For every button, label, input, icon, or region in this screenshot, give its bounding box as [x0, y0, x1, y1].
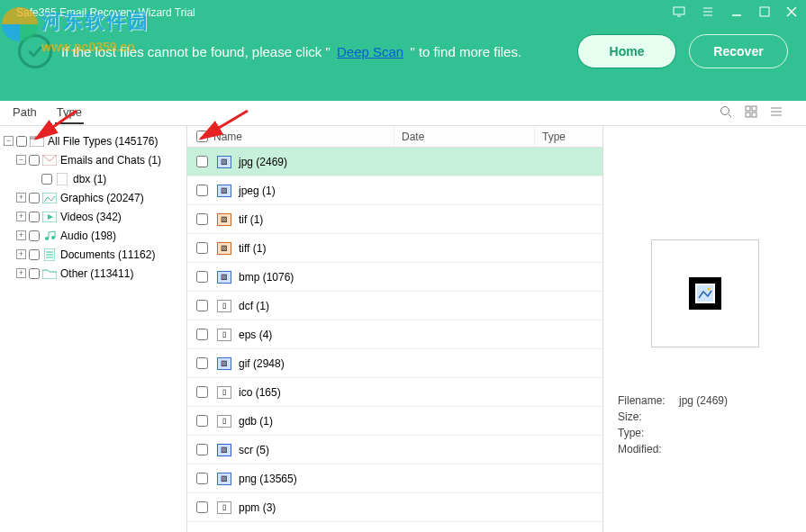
image-icon	[42, 192, 57, 204]
meta-modified-label: Modified:	[618, 441, 679, 457]
minimize-icon[interactable]	[730, 5, 743, 21]
image-file-icon: ▨	[217, 156, 231, 168]
folder-icon	[42, 267, 57, 280]
list-view-icon[interactable]	[770, 105, 783, 122]
maximize-icon[interactable]	[759, 5, 770, 20]
list-item[interactable]: ▨png (13565)	[187, 464, 602, 493]
svg-marker-24	[48, 214, 53, 220]
row-checkbox[interactable]	[196, 242, 208, 254]
row-checkbox[interactable]	[196, 156, 208, 167]
row-checkbox[interactable]	[196, 329, 208, 340]
list-item[interactable]: ▯gdb (1)	[187, 407, 602, 436]
image-file-icon: ▨	[217, 185, 231, 197]
image-file-icon: ▨	[217, 213, 231, 226]
row-checkbox[interactable]	[196, 473, 208, 484]
monitor-icon[interactable]	[673, 5, 685, 21]
list-item[interactable]: ▯ico (165)	[187, 378, 602, 407]
row-checkbox[interactable]	[196, 501, 208, 513]
folder-icon	[30, 135, 44, 148]
list-item[interactable]: ▨scr (5)	[187, 436, 602, 464]
image-file-icon: ▨	[217, 271, 231, 284]
home-button[interactable]: Home	[577, 34, 676, 68]
file-name: png (13565)	[239, 473, 297, 485]
list-item[interactable]: ▨bmp (1076)	[187, 263, 602, 292]
file-name: tif (1)	[239, 213, 263, 226]
file-name: bmp (1076)	[239, 271, 294, 284]
list-item[interactable]: ▯eps (4)	[187, 320, 602, 349]
menu-icon[interactable]	[702, 5, 714, 21]
column-type[interactable]: Type	[535, 126, 602, 147]
deep-scan-link[interactable]: Deep Scan	[337, 44, 403, 59]
list-item[interactable]: ▨tif (1)	[187, 205, 602, 234]
tree-checkbox[interactable]	[16, 136, 27, 147]
tab-type[interactable]: Type	[55, 102, 84, 124]
tab-path[interactable]: Path	[11, 102, 39, 124]
tree-checkbox[interactable]	[29, 268, 40, 279]
row-checkbox[interactable]	[196, 271, 208, 283]
column-name[interactable]: Name	[187, 126, 394, 147]
search-icon[interactable]	[720, 105, 732, 122]
file-icon: ▯	[217, 501, 231, 514]
tree-emails[interactable]: − Emails and Chats (1)	[4, 150, 183, 169]
expand-icon[interactable]: +	[16, 193, 26, 203]
expand-icon[interactable]: +	[16, 268, 26, 278]
tree-checkbox[interactable]	[29, 193, 40, 203]
tree-documents[interactable]: + Documents (11162)	[4, 245, 183, 264]
tree-checkbox[interactable]	[41, 174, 52, 185]
row-checkbox[interactable]	[196, 386, 208, 398]
list-item[interactable]: ▯dcf (1)	[187, 292, 602, 320]
file-name: jpg (2469)	[239, 156, 287, 168]
list-item[interactable]: ▨jpg (2469)	[187, 148, 602, 176]
meta-filename-value: jpg (2469)	[679, 394, 728, 407]
expand-icon[interactable]: +	[16, 230, 26, 240]
tree-checkbox[interactable]	[29, 230, 40, 241]
collapse-icon[interactable]: −	[4, 136, 14, 146]
check-circle-icon	[18, 34, 52, 68]
column-date[interactable]: Date	[394, 126, 535, 147]
svg-rect-21	[57, 173, 68, 185]
preview-thumbnail	[651, 239, 759, 347]
tree-audio[interactable]: + Audio (198)	[4, 226, 183, 245]
file-name: gif (2948)	[239, 357, 285, 370]
grid-view-icon[interactable]	[745, 105, 757, 122]
tree-dbx[interactable]: dbx (1)	[4, 169, 183, 188]
list-item[interactable]: ▨tiff (1)	[187, 234, 602, 263]
image-file-icon: ▨	[217, 357, 231, 370]
file-metadata: Filename:jpg (2469) Size: Type: Modified…	[618, 392, 792, 457]
svg-point-32	[707, 288, 710, 291]
file-icon: ▯	[217, 386, 231, 399]
tree-videos[interactable]: + Videos (342)	[4, 207, 183, 226]
tree-checkbox[interactable]	[29, 155, 40, 166]
tree-root[interactable]: − All File Types (145176)	[4, 131, 183, 150]
tree-label: Emails and Chats (1)	[60, 154, 161, 167]
tree-other[interactable]: + Other (113411)	[4, 264, 183, 283]
collapse-icon[interactable]: −	[16, 155, 26, 165]
tree-checkbox[interactable]	[29, 249, 40, 260]
list-item[interactable]: ▨gif (2948)	[187, 349, 602, 378]
svg-point-26	[51, 236, 55, 239]
tree-checkbox[interactable]	[29, 212, 40, 222]
close-icon[interactable]	[786, 5, 797, 20]
row-checkbox[interactable]	[196, 300, 208, 311]
row-checkbox[interactable]	[196, 185, 208, 196]
list-item[interactable]: ▨jpeg (1)	[187, 176, 602, 205]
tree-label: Videos (342)	[60, 211, 122, 223]
expand-icon[interactable]: +	[16, 249, 26, 259]
tree-graphics[interactable]: + Graphics (20247)	[4, 188, 183, 207]
image-file-icon: ▨	[217, 473, 231, 485]
row-checkbox[interactable]	[196, 444, 208, 455]
list-body: ▨jpg (2469) ▨jpeg (1) ▨tif (1) ▨tiff (1)…	[187, 148, 602, 532]
title-bar: Safe365 Email Recovery Wizard Trial	[0, 0, 806, 25]
tree-label: Graphics (20247)	[60, 192, 144, 204]
tree-label: Documents (11162)	[60, 248, 155, 261]
list-header: Name Date Type	[187, 126, 602, 148]
row-checkbox[interactable]	[196, 415, 208, 427]
recover-button[interactable]: Recover	[689, 34, 788, 68]
select-all-checkbox[interactable]	[196, 131, 208, 142]
row-checkbox[interactable]	[196, 357, 208, 369]
expand-icon[interactable]: +	[16, 212, 26, 221]
list-item[interactable]: ▯ppm (3)	[187, 493, 602, 522]
image-file-icon: ▨	[217, 242, 231, 255]
app-header: Safe365 Email Recovery Wizard Trial If t…	[0, 0, 806, 101]
row-checkbox[interactable]	[196, 213, 208, 225]
